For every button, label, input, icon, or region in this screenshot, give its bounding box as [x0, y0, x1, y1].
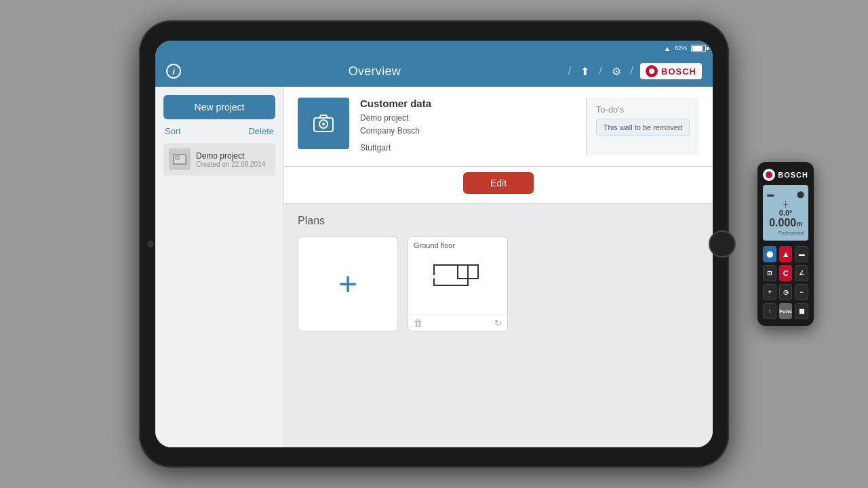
main-content: New project Sort Delete Demo project Cre [155, 87, 713, 447]
todos-title: To-do's [596, 104, 690, 115]
svg-point-5 [322, 123, 325, 125]
tablet-screen: ▲ 82% i Overview / ⬆ / ⚙ / [155, 41, 713, 447]
sidebar: New project Sort Delete Demo project Cre [155, 87, 284, 447]
device-bluetooth-btn[interactable]: ⬤ [763, 246, 776, 262]
device-measurement-value: 0.000m [767, 217, 804, 229]
device-measure-btn[interactable]: ↑ [763, 303, 776, 319]
svg-point-0 [649, 68, 654, 74]
settings-button[interactable]: ⚙ [609, 64, 624, 79]
device-angle-btn[interactable]: ∠ [795, 265, 808, 281]
customer-section: Customer data Demo project Company Bosch… [284, 87, 713, 167]
project-name: Demo project [196, 151, 270, 161]
edit-button[interactable]: Edit [463, 172, 534, 194]
device-fn1-btn[interactable]: ⊡ [763, 265, 776, 281]
header-actions: / ⬆ / ⚙ / BOSCH [568, 63, 702, 79]
sort-link[interactable]: Sort [165, 126, 181, 136]
measurement-unit: m [796, 220, 802, 228]
plan-card-footer: 🗑 ↻ [408, 314, 507, 331]
device-angle: 0.0° [767, 209, 804, 217]
device-timer-btn[interactable]: ◷ [779, 284, 793, 300]
plans-section: Plans + Ground floor [284, 204, 713, 447]
info-icon[interactable]: i [166, 64, 181, 79]
device-plus-btn[interactable]: + [763, 284, 776, 300]
device-center-btn[interactable]: C [779, 265, 793, 281]
ground-floor-label: Ground floor [408, 237, 507, 249]
page-title: Overview [349, 64, 401, 79]
device-professional-label: Professional [767, 230, 804, 235]
device-mode-btn[interactable]: ▬ [795, 246, 808, 262]
detail-panel: Customer data Demo project Company Bosch… [284, 87, 713, 447]
device-icon-left: ▬ [767, 190, 774, 198]
plan-refresh-icon[interactable]: ↻ [494, 318, 502, 328]
device-minus-btn[interactable]: − [795, 284, 808, 300]
device-brand-text: BOSCH [778, 171, 808, 179]
app-header: i Overview / ⬆ / ⚙ / BOSCH [155, 56, 713, 87]
tablet-shell: ▲ 82% i Overview / ⬆ / ⚙ / [139, 20, 729, 468]
new-project-button[interactable]: New project [163, 95, 275, 119]
plans-title: Plans [298, 215, 699, 227]
project-info: Demo project Created on 22.09.2014 [196, 151, 270, 168]
customer-data-block: Customer data Demo project Company Bosch… [360, 98, 575, 155]
delete-link[interactable]: Delete [248, 126, 274, 136]
bosch-device: BOSCH ▬ ⬤ ┼ 0.0° 0.000m Professional ⬤ ▲… [757, 162, 814, 326]
device-brand-icon [763, 169, 775, 181]
todo-item: This wall to be removed [596, 119, 690, 136]
customer-photo[interactable] [298, 98, 349, 149]
device-func-btn[interactable]: Func [779, 303, 793, 319]
device-screen-top: ▬ ⬤ [767, 190, 804, 198]
edit-row: Edit [284, 167, 713, 204]
plans-grid: + Ground floor [298, 237, 699, 331]
bosch-badge: BOSCH [640, 63, 702, 79]
add-plan-icon: + [338, 268, 357, 300]
ground-floor-card[interactable]: Ground floor [408, 237, 508, 331]
project-list-item[interactable]: Demo project Created on 22.09.2014 [163, 143, 275, 176]
device-up-btn[interactable]: ▲ [779, 246, 793, 262]
device-screen: ▬ ⬤ ┼ 0.0° 0.000m Professional [763, 185, 808, 241]
customer-section-title: Customer data [360, 98, 575, 109]
project-thumbnail [169, 148, 191, 170]
measurement-number: 0.000 [769, 217, 796, 228]
separator-2: / [599, 65, 601, 77]
bosch-brand-text: BOSCH [661, 66, 696, 77]
device-crosshair: ┼ [767, 201, 804, 207]
project-date: Created on 22.09.2014 [196, 161, 270, 168]
bosch-logo-dot [646, 65, 658, 77]
wifi-icon: ▲ [664, 45, 671, 52]
device-buttons: ⬤ ▲ ▬ ⊡ C ∠ + ◷ − ↑ Func ▦ [763, 246, 808, 319]
svg-point-9 [766, 171, 772, 178]
separator-3: / [631, 65, 633, 77]
battery-fill [692, 46, 703, 51]
plan-delete-icon[interactable]: 🗑 [414, 318, 422, 328]
svg-rect-6 [434, 265, 468, 285]
customer-company: Company Bosch [360, 125, 575, 138]
todos-section: To-do's This wall to be removed [586, 98, 699, 155]
share-button[interactable]: ⬆ [578, 64, 592, 79]
status-bar: ▲ 82% [155, 41, 713, 56]
battery-percent: 82% [675, 45, 687, 52]
separator-1: / [568, 65, 571, 77]
ground-floor-drawing [408, 249, 507, 314]
sort-delete-row: Sort Delete [163, 126, 275, 136]
device-body: BOSCH ▬ ⬤ ┼ 0.0° 0.000m Professional ⬤ ▲… [757, 162, 814, 326]
customer-city-row: Stuttgart [360, 142, 575, 155]
battery-icon [691, 45, 706, 52]
device-brand-row: BOSCH [763, 169, 808, 181]
device-bluetooth-icon: ⬤ [797, 190, 804, 198]
customer-project-name: Demo project [360, 112, 575, 125]
svg-rect-2 [176, 156, 179, 159]
add-plan-card[interactable]: + [298, 237, 398, 331]
device-units-btn[interactable]: ▦ [795, 303, 808, 319]
customer-city: Stuttgart [360, 142, 575, 155]
